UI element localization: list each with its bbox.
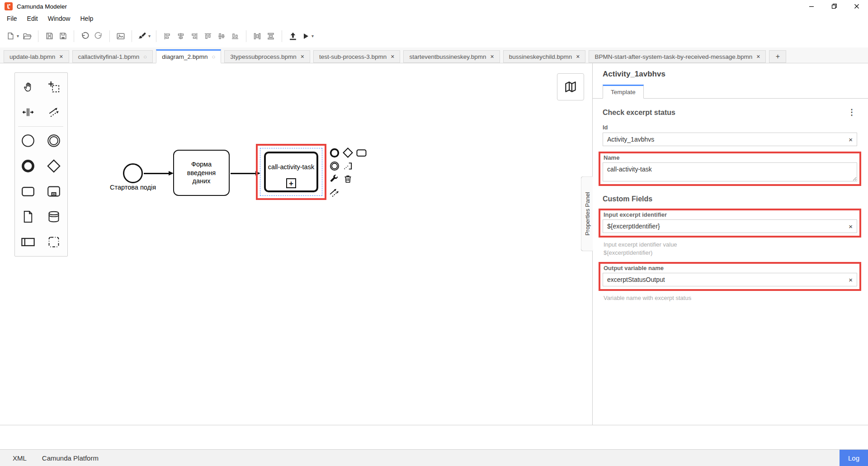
tab-close-icon[interactable]: × [576,53,580,60]
toolbar-separator [109,30,110,42]
toolbar-separator [246,30,246,42]
align-top-button[interactable] [201,29,215,43]
restore-icon[interactable] [823,0,845,13]
kebab-menu-icon[interactable]: ⋮ [846,109,857,116]
properties-panel-toggle[interactable]: Properties Panel [581,176,593,252]
create-participant[interactable] [15,229,41,255]
change-type-wrench-icon[interactable] [329,173,340,185]
align-middle-button[interactable] [215,29,228,43]
tab-callactivityfinal-1[interactable]: callactivityfinal-1.bpmn ○ [72,50,153,63]
tab-bussineskeychild[interactable]: bussineskeychild.bpmn × [503,50,586,63]
user-task-shape[interactable]: Форма введення даних [173,150,230,196]
create-data-store[interactable] [41,204,66,229]
distribute-vertical-button[interactable] [264,29,278,43]
save-button[interactable] [42,29,56,43]
create-group[interactable] [41,229,66,255]
deploy-button[interactable] [286,29,300,43]
output-variable-input[interactable] [603,273,857,286]
create-end-event[interactable] [15,153,41,179]
xml-view-toggle[interactable]: XML [13,454,27,462]
section-title[interactable]: Check excerpt status [603,109,675,117]
append-task-icon[interactable] [356,147,367,158]
menu-bar: File Edit Window Help [0,13,868,24]
start-event-shape[interactable] [123,163,143,183]
align-right-button[interactable] [188,29,201,43]
tab-diagram-2[interactable]: diagram_2.bpmn ○ [156,49,221,63]
tab-starteventbussineskey[interactable]: starteventbussineskey.bpmn × [403,50,500,63]
open-file-button[interactable] [20,29,34,43]
context-pad [329,147,367,198]
distribute-horizontal-button[interactable] [250,29,264,43]
hand-tool[interactable] [15,74,41,100]
minimap-toggle[interactable] [557,73,584,100]
create-start-event[interactable] [15,128,41,153]
bpmn-canvas[interactable]: Стартова подія Форма введення даних call… [0,63,592,425]
tab-update-lab[interactable]: update-lab.bpmn × [4,50,69,63]
tab-bar: update-lab.bpmn × callactivityfinal-1.bp… [0,48,868,63]
palette [14,72,68,257]
append-end-event-icon[interactable] [329,147,340,158]
expand-marker[interactable]: + [286,178,296,188]
append-intermediate-event-icon[interactable] [329,160,340,171]
menu-help[interactable]: Help [75,15,98,22]
tab-unsaved-icon[interactable]: ○ [212,54,216,60]
start-instance-button[interactable]: ▾ [300,29,315,43]
tab-label: update-lab.bpmn [9,53,55,60]
tab-close-icon[interactable]: × [59,53,63,60]
sequence-flow[interactable] [144,173,169,174]
tab-template[interactable]: Template [603,85,644,99]
redo-button[interactable] [92,29,105,43]
global-connect-tool[interactable] [41,100,66,125]
create-gateway[interactable] [41,153,66,179]
create-intermediate-event[interactable] [41,128,66,153]
clear-icon[interactable]: × [849,276,853,283]
sequence-flow[interactable] [231,173,256,174]
engine-label[interactable]: Camunda Platform [42,454,99,462]
tab-close-icon[interactable]: × [756,53,760,60]
align-bottom-button[interactable] [228,29,242,43]
caret-down-icon[interactable]: ▾ [17,34,19,38]
tab-test-sub-process-3[interactable]: test-sub-process-3.bpmn × [313,50,401,63]
tab-unsaved-icon[interactable]: ○ [143,54,147,60]
status-bar: XML Camunda Platform Log [0,449,868,466]
input-excerpt-input[interactable] [603,219,857,233]
create-data-object[interactable] [15,204,41,229]
menu-window[interactable]: Window [43,15,75,22]
caret-down-icon[interactable]: ▾ [311,34,314,38]
caret-down-icon[interactable]: ▾ [148,34,151,38]
connect-tool-icon[interactable] [329,186,340,198]
id-input[interactable] [603,133,857,146]
call-activity-shape[interactable]: call-activity-task + [264,152,318,192]
minimize-icon[interactable] [800,0,823,13]
tab-bpmn-start-after-system-task[interactable]: BPMN-start-after-system-task-by-received… [589,50,766,63]
menu-edit[interactable]: Edit [22,15,43,22]
tab-3typessubprocess[interactable]: 3typessubprocess.bpmn × [224,50,310,63]
export-image-button[interactable] [114,29,127,43]
save-as-button[interactable] [56,29,70,43]
format-brush-button[interactable]: ▾ [136,29,152,43]
clear-icon[interactable]: × [849,223,853,230]
id-field-label: Id [603,124,857,131]
delete-trash-icon[interactable] [342,173,354,185]
name-textarea[interactable] [603,162,857,181]
lasso-tool[interactable] [41,74,66,100]
create-subprocess[interactable] [41,179,66,204]
align-left-button[interactable] [160,29,174,43]
tab-close-icon[interactable]: × [391,53,394,60]
log-button[interactable]: Log [840,450,868,466]
menu-file[interactable]: File [2,15,22,22]
append-gateway-icon[interactable] [342,147,354,158]
tab-label: test-sub-process-3.bpmn [319,53,387,60]
new-diagram-button[interactable]: ▾ [5,29,20,43]
undo-button[interactable] [78,29,92,43]
align-center-button[interactable] [174,29,188,43]
clear-icon[interactable]: × [849,136,853,143]
create-task[interactable] [15,179,41,204]
close-icon[interactable] [845,0,868,13]
tab-close-icon[interactable]: × [301,53,304,60]
space-tool[interactable] [15,100,41,125]
new-tab-button[interactable]: + [769,50,786,63]
palette-separator [18,126,63,127]
append-text-annotation-icon[interactable] [342,160,354,171]
tab-close-icon[interactable]: × [490,53,494,60]
